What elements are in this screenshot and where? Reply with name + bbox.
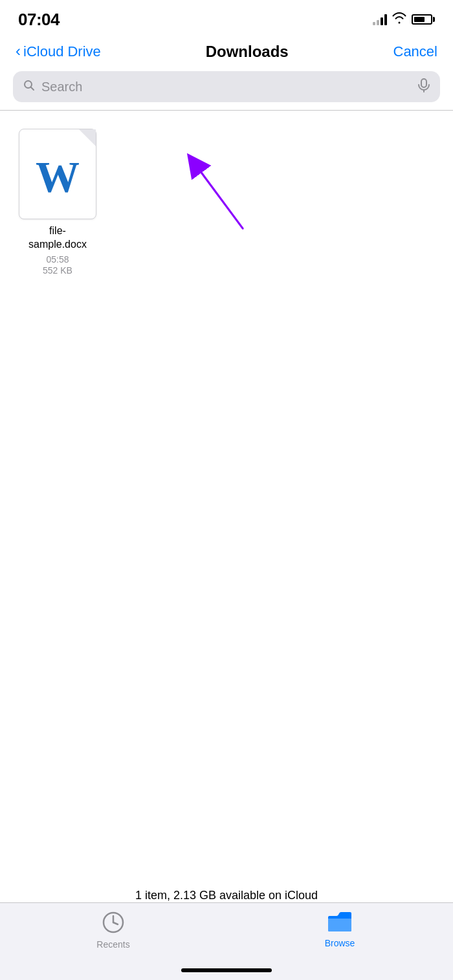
status-icons — [373, 12, 435, 27]
back-label: iCloud Drive — [23, 43, 101, 60]
search-icon — [23, 80, 35, 94]
file-area: W file- sample.docx 05:58 552 KB — [0, 111, 453, 294]
file-name: file- sample.docx — [28, 224, 87, 252]
nav-bar: ‹ iCloud Drive Downloads Cancel — [0, 35, 453, 71]
search-input[interactable]: Search — [41, 80, 412, 94]
recents-icon — [102, 911, 125, 937]
browse-icon — [327, 911, 353, 935]
tab-recents-label: Recents — [96, 939, 129, 950]
file-type-letter: W — [36, 151, 80, 202]
page-title: Downloads — [206, 43, 289, 61]
svg-rect-2 — [421, 79, 426, 87]
file-time: 05:58 — [46, 254, 69, 265]
tab-browse-label: Browse — [325, 938, 355, 948]
tab-bar: Recents Browse — [0, 902, 453, 980]
file-size: 552 KB — [43, 265, 72, 276]
status-time: 07:04 — [18, 10, 60, 30]
home-indicator — [181, 968, 272, 972]
search-bar[interactable]: Search — [13, 71, 440, 102]
tab-recents[interactable]: Recents — [68, 911, 159, 950]
storage-status: 1 item, 2.13 GB available on iCloud — [0, 889, 453, 902]
chevron-left-icon: ‹ — [16, 42, 21, 60]
status-bar: 07:04 — [0, 0, 453, 35]
cancel-button[interactable]: Cancel — [393, 43, 437, 60]
back-button[interactable]: ‹ iCloud Drive — [16, 43, 101, 60]
wifi-icon — [392, 12, 406, 27]
signal-icon — [373, 14, 387, 25]
battery-icon — [412, 14, 435, 25]
file-item[interactable]: W file- sample.docx 05:58 552 KB — [16, 129, 100, 276]
svg-line-1 — [31, 87, 34, 90]
svg-line-8 — [113, 922, 118, 924]
file-icon: W — [19, 129, 96, 219]
tab-browse[interactable]: Browse — [294, 911, 385, 948]
search-container: Search — [0, 71, 453, 110]
microphone-icon[interactable] — [418, 78, 430, 96]
